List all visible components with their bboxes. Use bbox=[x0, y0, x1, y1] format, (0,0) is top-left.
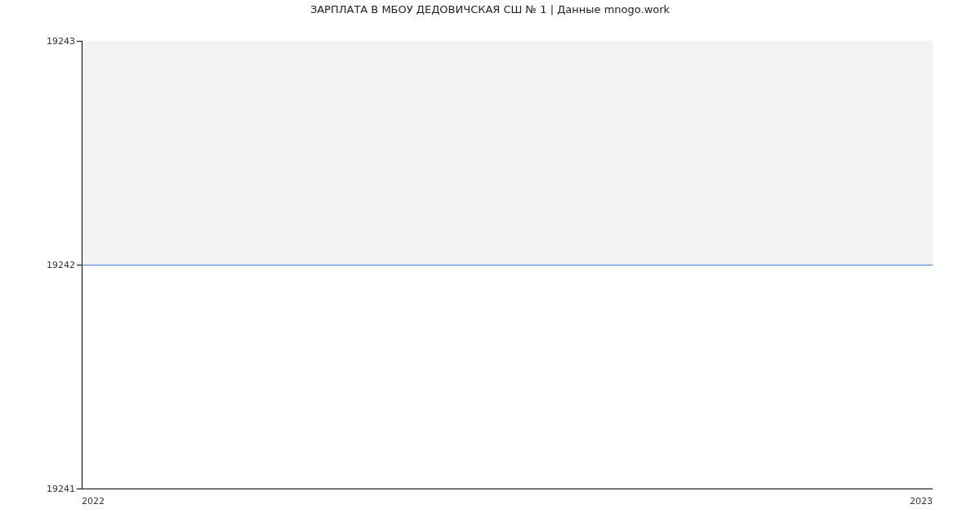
x-tick-label: 2022 bbox=[82, 496, 105, 506]
y-axis-spine bbox=[82, 41, 82, 489]
plot-lower-band bbox=[82, 265, 933, 489]
x-tick-label: 2023 bbox=[910, 496, 933, 506]
salary-chart: ЗАРПЛАТА В МБОУ ДЕДОВИЧСКАЯ СШ № 1 | Дан… bbox=[0, 0, 980, 531]
y-tick-label: 19243 bbox=[26, 36, 75, 47]
y-tick bbox=[77, 489, 82, 489]
x-axis-spine bbox=[82, 489, 933, 489]
y-tick bbox=[77, 41, 82, 42]
y-tick-label: 19241 bbox=[26, 484, 75, 494]
y-tick bbox=[77, 265, 82, 266]
chart-title: ЗАРПЛАТА В МБОУ ДЕДОВИЧСКАЯ СШ № 1 | Дан… bbox=[0, 3, 980, 16]
y-tick-label: 19242 bbox=[26, 260, 75, 270]
series-line bbox=[82, 265, 933, 266]
